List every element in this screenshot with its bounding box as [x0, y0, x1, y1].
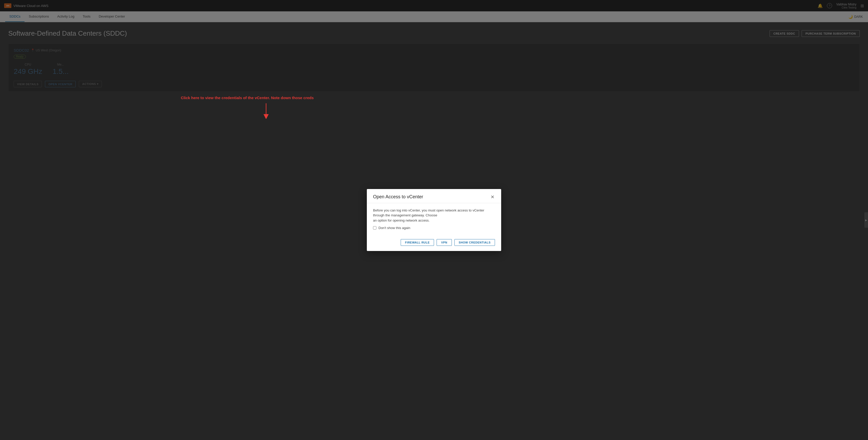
- modal-dialog: Open Access to vCenter ✕ Before you can …: [367, 189, 501, 251]
- dont-show-again-checkbox[interactable]: [373, 226, 376, 229]
- modal-close-button[interactable]: ✕: [490, 194, 495, 200]
- checkbox-row: Don't show this again: [373, 226, 495, 230]
- modal-title: Open Access to vCenter: [373, 194, 423, 199]
- modal-footer: FIREWALL RULE VPN SHOW CREDENTIALS: [367, 237, 501, 251]
- firewall-rule-button[interactable]: FIREWALL RULE: [401, 239, 434, 246]
- modal-body: Before you can log into vCenter, you mus…: [367, 203, 501, 237]
- modal-overlay: Open Access to vCenter ✕ Before you can …: [0, 0, 868, 440]
- modal-description: Before you can log into vCenter, you mus…: [373, 208, 495, 223]
- vpn-button[interactable]: VPN: [437, 239, 452, 246]
- show-credentials-button[interactable]: SHOW CREDENTIALS: [455, 239, 495, 246]
- dont-show-again-label: Don't show this again: [378, 226, 410, 230]
- modal-header: Open Access to vCenter ✕: [367, 189, 501, 203]
